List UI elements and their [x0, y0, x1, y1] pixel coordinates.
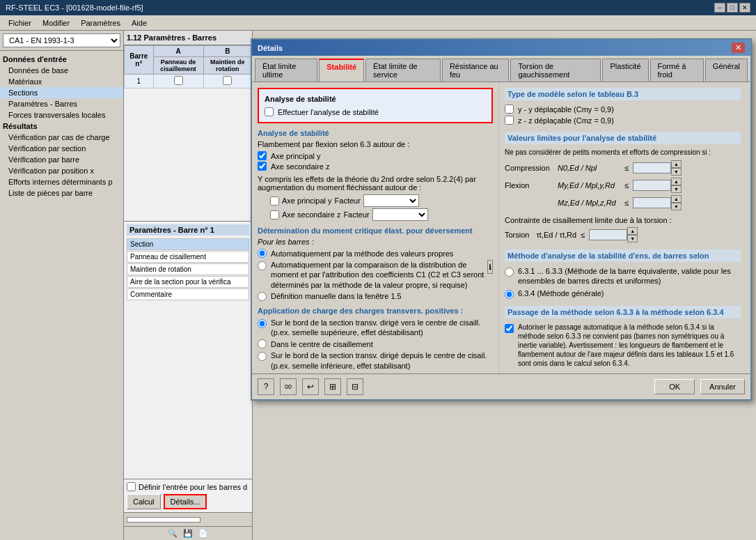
params-item-aire[interactable]: Aire de la section pour la vérifica	[127, 276, 249, 288]
tab-forme-froid[interactable]: Formé à froid	[650, 59, 704, 82]
params-item-maintien[interactable]: Maintien de rotation	[127, 263, 249, 275]
footer-add-btn[interactable]: ⊞	[324, 378, 341, 395]
facteur-z-select[interactable]	[372, 208, 428, 221]
facteur-z-label: Facteur	[343, 210, 369, 219]
tree-efforts-internes[interactable]: Efforts internes déterminants p	[0, 176, 123, 187]
tree-verif-position[interactable]: Vérification par position x	[0, 165, 123, 176]
flexion2-formula: Mz,Ed / Mpl,z,Rd	[558, 199, 620, 207]
radio-app1-input[interactable]	[258, 319, 267, 328]
definir-label: Définir l'entrée pour les barres d	[139, 483, 247, 491]
cancel-btn[interactable]: Annuler	[700, 379, 745, 394]
tab-torsion[interactable]: Torsion de gauchissement	[510, 59, 601, 82]
toolbar-icon-save[interactable]: 💾	[183, 529, 193, 538]
axe-principal-y2-row: Axe principal y Facteur	[270, 194, 493, 207]
tree-forces-transversales[interactable]: Forces transversales locales	[0, 109, 123, 121]
params-item-section[interactable]: Section	[127, 238, 249, 250]
params-section: Paramètres - Barre n° 1 Section Panneau …	[124, 221, 252, 304]
details-btn[interactable]: Détails...	[164, 494, 207, 509]
methode-section: Méthode d'analyse de la stabilité d'ens.…	[505, 249, 741, 299]
footer-undo-btn[interactable]: ↩	[302, 378, 319, 395]
menu-fichier[interactable]: Fichier	[3, 17, 37, 29]
case-dropdown[interactable]: CA1 - EN 1993-1-3	[3, 33, 120, 47]
tab-etat-limite-service[interactable]: État limite de service	[365, 59, 441, 82]
toolbar-icon-doc[interactable]: 📄	[198, 529, 208, 538]
theorie-text: Y compris les effets de la théorie du 2n…	[258, 175, 493, 192]
torsion-input[interactable]	[589, 229, 627, 240]
compression-spin-down[interactable]: ▼	[671, 168, 682, 176]
maintien-checkbox[interactable]	[223, 76, 232, 85]
axe-principal-y-checkbox[interactable]	[258, 151, 267, 160]
tree-materiaux[interactable]: Matériaux	[0, 76, 123, 87]
tree-liste-pieces[interactable]: Liste de pièces par barre	[0, 187, 123, 199]
methode-radio2-row: 6.3.4 (Méthode générale)	[505, 288, 741, 299]
tab-stabilite[interactable]: Stabilité	[319, 59, 364, 82]
passage-title: Passage de la méthode selon 6.3.3 à la m…	[505, 306, 741, 318]
footer-help-btn[interactable]: ?	[258, 378, 274, 395]
tree-parametres-barres[interactable]: Paramètres - Barres	[0, 98, 123, 109]
close-btn[interactable]: ✕	[739, 3, 750, 13]
radio1-input[interactable]	[258, 249, 267, 258]
radio-group-determiner: Automatiquement par la méthode des valeu…	[258, 249, 493, 301]
panneau-checkbox[interactable]	[174, 76, 183, 85]
calcul-btn[interactable]: Calcul	[127, 494, 161, 509]
flexion1-input-group: ▲ ▼	[633, 178, 682, 193]
tree-donnees-base[interactable]: Données de base	[0, 65, 123, 76]
radio3-input[interactable]	[258, 292, 267, 301]
footer-num-btn[interactable]: 00	[280, 378, 297, 395]
passage-text: Autoriser le passage automatique à la mé…	[518, 323, 741, 368]
axe-secondaire-z-row: Axe secondaire z	[258, 162, 493, 171]
tree-verif-cas-charge[interactable]: Vérification par cas de charge	[0, 132, 123, 143]
torsion-spin-down[interactable]: ▼	[627, 235, 638, 242]
methode-radio1-input[interactable]	[505, 268, 514, 277]
params-item-commentaire[interactable]: Commentaire	[127, 288, 249, 300]
flexion2-spin-up[interactable]: ▲	[671, 195, 682, 203]
params-title: Paramètres - Barre n° 1	[127, 224, 249, 236]
tree-verif-barre[interactable]: Vérification par barre	[0, 154, 123, 165]
radio-app3-input[interactable]	[258, 352, 267, 361]
params-item-panneau[interactable]: Panneau de cisaillement	[127, 251, 249, 263]
data-table: Barren° A B Panneau decisaillement Maint…	[124, 45, 252, 88]
ok-btn[interactable]: OK	[654, 379, 695, 394]
analyse-box-title: Analyse de stabilité	[265, 95, 486, 103]
axe-secondaire-z-checkbox[interactable]	[258, 162, 267, 171]
flexion2-row: Mz,Ed / Mpl,z,Rd ≤ ▲ ▼	[505, 195, 741, 210]
cell-maintien[interactable]	[203, 75, 251, 88]
tab-plasticite[interactable]: Plasticité	[602, 59, 648, 82]
compression-spin-up[interactable]: ▲	[671, 160, 682, 168]
menu-aide[interactable]: Aide	[126, 17, 152, 29]
methode-radio2-input[interactable]	[505, 290, 514, 299]
application-section: Sur le bord de la section transv. dirigé…	[258, 318, 493, 371]
cell-panneau[interactable]	[153, 75, 203, 88]
tab-etat-limite-ultime[interactable]: État limite ultime	[255, 59, 317, 82]
passage-checkbox-input[interactable]	[505, 324, 514, 333]
minimize-btn[interactable]: –	[714, 3, 725, 13]
flexion1-spin-down[interactable]: ▼	[671, 185, 682, 193]
torsion-spin-up[interactable]: ▲	[627, 227, 638, 235]
dialog-close-btn[interactable]: ✕	[732, 43, 745, 53]
effectuer-checkbox[interactable]	[265, 107, 274, 116]
menu-modifier[interactable]: Modifier	[37, 17, 75, 29]
flexion2-spin-down[interactable]: ▼	[671, 203, 682, 210]
flexion1-spin-up[interactable]: ▲	[671, 178, 682, 185]
y-deplacable-checkbox[interactable]	[505, 105, 514, 114]
definir-checkbox[interactable]	[127, 482, 136, 491]
z-deplacable-checkbox[interactable]	[505, 116, 514, 125]
info-btn[interactable]: ℹ	[487, 260, 493, 274]
axe-principal-y2-checkbox[interactable]	[270, 196, 279, 206]
flexion2-input[interactable]	[633, 197, 671, 208]
menu-parametres[interactable]: Paramètres	[75, 17, 126, 29]
radio-app2-input[interactable]	[258, 339, 267, 348]
compression-input[interactable]	[633, 162, 671, 173]
maximize-btn[interactable]: □	[727, 3, 738, 13]
toolbar-icon-help[interactable]: 🔍	[168, 529, 178, 538]
flexion1-input[interactable]	[633, 180, 671, 191]
radio2-label: Automatiquement par la comparaison de la…	[271, 260, 485, 290]
tab-general[interactable]: Général	[705, 59, 748, 82]
tree-verif-section[interactable]: Vérification par section	[0, 143, 123, 154]
tab-resistance-feu[interactable]: Résistance au feu	[442, 59, 509, 82]
tree-sections[interactable]: Sections	[0, 87, 123, 98]
axe-secondaire-z2-checkbox[interactable]	[270, 210, 279, 219]
facteur-y-select[interactable]	[363, 194, 419, 207]
radio2-input[interactable]	[258, 261, 267, 270]
footer-remove-btn[interactable]: ⊟	[347, 378, 363, 395]
